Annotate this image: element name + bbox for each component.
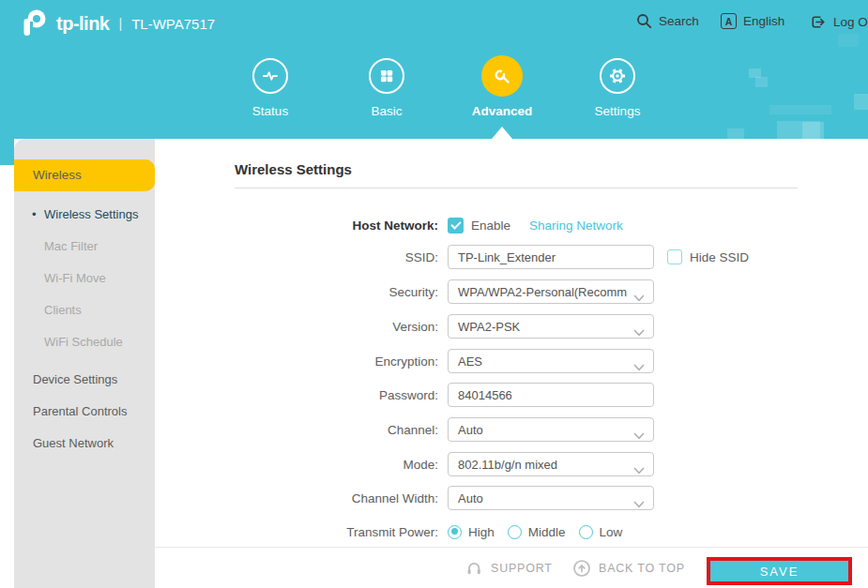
ssid-input[interactable] [448, 245, 654, 269]
header-band-tail [0, 139, 14, 165]
enable-checkbox[interactable] [448, 218, 464, 234]
password-row: Password: [155, 383, 654, 407]
grid-icon [369, 58, 404, 94]
sidebar-item-wifi-schedule[interactable]: WiFi Schedule [14, 326, 155, 358]
tplink-admin-page: tp-link | TL-WPA7517 Search A English [0, 0, 868, 588]
tab-advanced[interactable]: Advanced [446, 54, 558, 122]
tab-basic[interactable]: Basic [330, 54, 443, 122]
deco-square [769, 105, 831, 114]
logout-label: Log Out [833, 15, 868, 29]
version-select[interactable]: WPA2-PSK [448, 314, 654, 339]
hide-ssid-checkbox[interactable] [667, 249, 682, 264]
sidebar-item-wireless-settings[interactable]: Wireless Settings [14, 199, 155, 231]
transmit-power-middle-label: Middle [528, 525, 566, 539]
back-to-top-button[interactable]: BACK TO TOP [572, 548, 685, 588]
language-button[interactable]: A English [721, 13, 784, 29]
tab-settings[interactable]: Settings [561, 54, 674, 122]
ssid-label: SSID: [155, 250, 438, 264]
sidebar-section-parental-controls[interactable]: Parental Controls [14, 396, 155, 428]
enable-label: Enable [471, 219, 510, 233]
chevron-down-icon [633, 324, 645, 340]
version-row: Version: WPA2-PSK [155, 314, 654, 339]
pulse-icon [252, 58, 288, 94]
sidebar-item-mac-filter[interactable]: Mac Filter [14, 231, 155, 263]
transmit-power-low-label: Low [600, 525, 623, 539]
tab-settings-label: Settings [561, 104, 674, 118]
channel-width-label: Channel Width: [155, 491, 438, 505]
support-button[interactable]: SUPPORT [464, 548, 553, 588]
brand-logo: tp-link | TL-WPA7517 [17, 7, 215, 40]
transmit-power-low-radio[interactable] [579, 525, 593, 539]
logout-icon [809, 13, 827, 31]
mode-label: Mode: [155, 458, 438, 472]
wrench-icon [481, 55, 523, 97]
main-content: Wireless Settings Host Network: Enable S… [155, 139, 868, 547]
arrow-up-circle-icon [572, 559, 591, 578]
tab-basic-label: Basic [330, 104, 443, 118]
sidebar-item-wifi-move[interactable]: Wi-Fi Move [14, 263, 155, 294]
deco-square [755, 77, 768, 87]
chevron-down-icon [633, 461, 645, 478]
language-label: English [743, 14, 784, 28]
transmit-power-high-label: High [468, 525, 495, 539]
search-icon [636, 13, 652, 29]
headset-icon [464, 559, 483, 578]
language-icon: A [721, 13, 737, 29]
security-label: Security: [155, 285, 438, 299]
search-button[interactable]: Search [636, 13, 699, 29]
password-label: Password: [155, 388, 438, 402]
sidebar-section-device-settings[interactable]: Device Settings [14, 364, 155, 396]
gear-icon [600, 58, 635, 94]
channel-width-row: Channel Width: Auto [155, 486, 654, 510]
title-divider [235, 188, 798, 188]
annotation-highlight: SAVE [707, 557, 852, 585]
channel-label: Channel: [155, 423, 438, 437]
tab-status[interactable]: Status [214, 54, 327, 122]
save-button[interactable]: SAVE [710, 561, 848, 581]
security-select[interactable]: WPA/WPA2-Personal(Recomm [448, 279, 654, 304]
host-network-label: Host Network: [155, 219, 438, 233]
sidebar-item-clients[interactable]: Clients [14, 294, 155, 326]
transmit-power-label: Transmit Power: [155, 525, 438, 539]
deco-square [854, 94, 868, 110]
chevron-down-icon [633, 358, 645, 375]
transmit-power-row: Transmit Power: High Middle Low [155, 520, 635, 544]
chevron-down-icon [633, 289, 645, 306]
sidebar-section-guest-network[interactable]: Guest Network [14, 428, 155, 460]
chevron-down-icon [633, 495, 645, 512]
deco-square [802, 122, 824, 139]
channel-width-select[interactable]: Auto [448, 486, 654, 510]
chevron-down-icon [633, 427, 645, 444]
encryption-select[interactable]: AES [448, 349, 654, 373]
host-network-row: Host Network: Enable Sharing Network [155, 213, 623, 237]
tplink-logo-icon [17, 7, 49, 40]
hide-ssid-label: Hide SSID [690, 250, 749, 264]
search-label: Search [659, 14, 699, 28]
logout-button[interactable]: Log Out [809, 13, 868, 31]
security-row: Security: WPA/WPA2-Personal(Recomm [155, 279, 654, 304]
transmit-power-high-radio[interactable] [448, 525, 462, 539]
channel-row: Channel: Auto [155, 417, 654, 442]
mode-row: Mode: 802.11b/g/n mixed [155, 452, 654, 476]
support-label: SUPPORT [491, 562, 553, 575]
back-to-top-label: BACK TO TOP [599, 562, 685, 575]
sharing-network-link[interactable]: Sharing Network [529, 219, 623, 233]
encryption-row: Encryption: AES [155, 349, 654, 373]
transmit-power-middle-radio[interactable] [508, 525, 522, 539]
sidebar-section-wireless[interactable]: Wireless [14, 159, 155, 191]
active-tab-pointer [492, 127, 512, 139]
deco-square [838, 34, 859, 47]
ssid-row: SSID: Hide SSID [155, 245, 749, 269]
encryption-label: Encryption: [155, 354, 438, 369]
channel-select[interactable]: Auto [448, 417, 654, 442]
deco-square [727, 128, 744, 139]
version-label: Version: [155, 320, 438, 334]
tab-status-label: Status [214, 104, 327, 118]
password-input[interactable] [448, 383, 654, 407]
mode-select[interactable]: 802.11b/g/n mixed [448, 452, 654, 476]
device-model: TL-WPA7517 [131, 16, 215, 32]
page-title: Wireless Settings [235, 161, 352, 177]
brand-separator: | [117, 16, 125, 31]
sidebar: Wireless Wireless Settings Mac Filter Wi… [14, 139, 155, 588]
footer-bar: SUPPORT BACK TO TOP SAVE [155, 547, 868, 588]
